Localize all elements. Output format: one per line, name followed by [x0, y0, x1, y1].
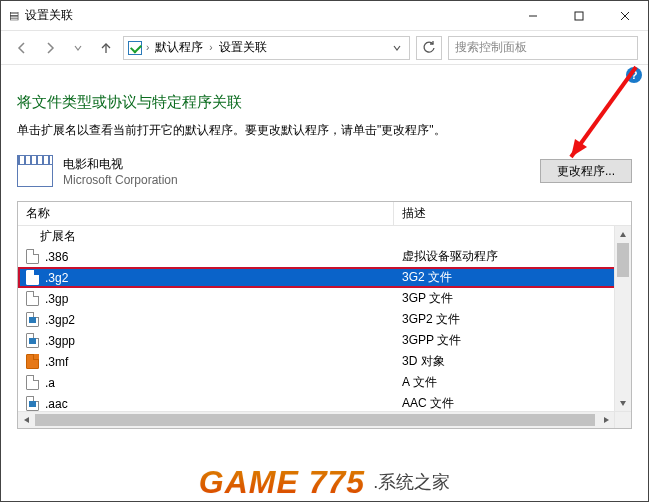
scroll-thumb[interactable] — [617, 243, 629, 277]
app-icon: ▤ — [9, 9, 19, 22]
help-icon[interactable]: ? — [626, 67, 642, 83]
scroll-corner — [614, 411, 631, 428]
program-publisher: Microsoft Corporation — [63, 173, 178, 187]
table-row[interactable]: .3mf3D 对象 — [18, 351, 631, 372]
breadcrumb-item[interactable]: 设置关联 — [217, 39, 269, 56]
extension-label: .3gp — [45, 292, 68, 306]
table-row[interactable]: .3gpp3GPP 文件 — [18, 330, 631, 351]
extension-label: .3gp2 — [45, 313, 75, 327]
back-button[interactable] — [11, 37, 33, 59]
vertical-scrollbar[interactable] — [614, 226, 631, 411]
breadcrumb-item[interactable]: 默认程序 — [153, 39, 205, 56]
svg-rect-1 — [575, 12, 583, 20]
scroll-up-icon[interactable] — [615, 226, 631, 243]
page-subtext: 单击扩展名以查看当前打开它的默认程序。要更改默认程序，请单击"更改程序"。 — [17, 122, 632, 139]
file-icon — [26, 396, 39, 411]
table-row[interactable]: .3gp23GP2 文件 — [18, 309, 631, 330]
nav-bar: › 默认程序 › 设置关联 搜索控制面板 — [1, 31, 648, 65]
scroll-track[interactable] — [615, 243, 631, 394]
window-title: 设置关联 — [25, 7, 73, 24]
program-icon — [17, 155, 53, 187]
scroll-left-icon[interactable] — [18, 412, 35, 428]
extensions-table: 名称 描述 扩展名 .386虚拟设备驱动程序.3g23G2 文件.3gp3GP … — [17, 201, 632, 429]
group-header[interactable]: 扩展名 — [18, 226, 631, 246]
cell-name: .3gpp — [18, 333, 394, 348]
cell-desc: 3GP2 文件 — [394, 311, 631, 328]
close-button[interactable] — [602, 1, 648, 30]
extension-label: .3gpp — [45, 334, 75, 348]
cell-desc: 虚拟设备驱动程序 — [394, 248, 631, 265]
cell-desc: AAC 文件 — [394, 395, 631, 412]
address-bar[interactable]: › 默认程序 › 设置关联 — [123, 36, 410, 60]
table-row[interactable]: .aA 文件 — [18, 372, 631, 393]
cell-desc: 3GP 文件 — [394, 290, 631, 307]
cell-desc: 3GPP 文件 — [394, 332, 631, 349]
address-dropdown-icon[interactable] — [389, 43, 405, 53]
selected-program-row: 电影和电视 Microsoft Corporation 更改程序... — [17, 155, 632, 187]
minimize-button[interactable] — [510, 1, 556, 30]
table-row[interactable]: .3gp3GP 文件 — [18, 288, 631, 309]
control-panel-icon — [128, 41, 142, 55]
file-icon — [26, 333, 39, 348]
scroll-track[interactable] — [35, 412, 597, 428]
change-program-button[interactable]: 更改程序... — [540, 159, 632, 183]
table-header: 名称 描述 — [18, 202, 631, 226]
column-header-desc[interactable]: 描述 — [394, 202, 631, 225]
cell-desc: A 文件 — [394, 374, 631, 391]
title-bar: ▤ 设置关联 — [1, 1, 648, 31]
extension-label: .3mf — [45, 355, 68, 369]
chevron-right-icon[interactable]: › — [146, 42, 149, 53]
window-controls — [510, 1, 648, 30]
search-input[interactable]: 搜索控制面板 — [448, 36, 638, 60]
file-icon — [26, 270, 39, 285]
content-area: ? 将文件类型或协议与特定程序关联 单击扩展名以查看当前打开它的默认程序。要更改… — [1, 65, 648, 429]
svg-marker-6 — [620, 401, 626, 406]
horizontal-scrollbar[interactable] — [18, 411, 614, 428]
search-placeholder: 搜索控制面板 — [455, 39, 527, 56]
cell-name: .a — [18, 375, 394, 390]
up-button[interactable] — [95, 37, 117, 59]
cell-desc: 3D 对象 — [394, 353, 631, 370]
cell-name: .3mf — [18, 354, 394, 369]
extension-label: .aac — [45, 397, 68, 411]
table-row[interactable]: .386虚拟设备驱动程序 — [18, 246, 631, 267]
cell-name: .3gp2 — [18, 312, 394, 327]
scroll-right-icon[interactable] — [597, 412, 614, 428]
refresh-button[interactable] — [416, 36, 442, 60]
file-icon — [26, 354, 39, 369]
program-name: 电影和电视 — [63, 156, 178, 173]
maximize-button[interactable] — [556, 1, 602, 30]
scroll-down-icon[interactable] — [615, 394, 631, 411]
cell-name: .3g2 — [18, 270, 394, 285]
watermark-logo: GAME 775 — [199, 464, 365, 501]
recent-dropdown-icon[interactable] — [67, 37, 89, 59]
chevron-right-icon[interactable]: › — [209, 42, 212, 53]
column-header-name[interactable]: 名称 — [18, 202, 394, 225]
watermark: GAME 775 .系统之家 — [1, 463, 648, 501]
table-row[interactable]: .3g23G2 文件 — [18, 267, 631, 288]
file-icon — [26, 249, 39, 264]
cell-name: .aac — [18, 396, 394, 411]
svg-marker-5 — [620, 232, 626, 237]
svg-marker-7 — [24, 417, 29, 423]
page-heading: 将文件类型或协议与特定程序关联 — [17, 93, 632, 112]
cell-desc: 3G2 文件 — [394, 269, 631, 286]
extension-label: .a — [45, 376, 55, 390]
extension-label: .386 — [45, 250, 68, 264]
table-body: 扩展名 .386虚拟设备驱动程序.3g23G2 文件.3gp3GP 文件.3gp… — [18, 226, 631, 414]
scroll-thumb[interactable] — [35, 414, 595, 426]
svg-marker-8 — [604, 417, 609, 423]
file-icon — [26, 291, 39, 306]
cell-name: .386 — [18, 249, 394, 264]
watermark-site: .系统之家 — [373, 470, 450, 494]
cell-name: .3gp — [18, 291, 394, 306]
file-icon — [26, 375, 39, 390]
forward-button[interactable] — [39, 37, 61, 59]
file-icon — [26, 312, 39, 327]
extension-label: .3g2 — [45, 271, 68, 285]
